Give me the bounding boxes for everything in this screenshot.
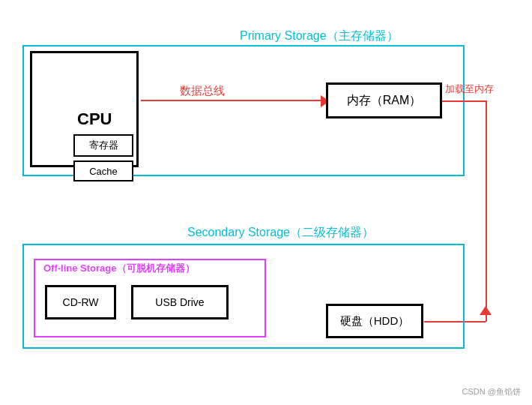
arrow-up-icon: [480, 306, 492, 315]
hdd-box: 硬盘（HDD）: [326, 304, 423, 338]
register-box: 寄存器: [73, 134, 133, 157]
cdrw-box: CD-RW: [45, 285, 116, 320]
data-bus-label: 数据总线: [180, 84, 225, 98]
secondary-storage-label: Secondary Storage（二级存储器）: [187, 225, 374, 241]
primary-storage-label: Primary Storage（主存储器）: [240, 28, 399, 44]
cpu-box: CPU 寄存器 Cache: [30, 51, 139, 167]
ram-box: 内存（RAM）: [326, 82, 442, 118]
data-bus-line: [141, 100, 325, 101]
h-line-ram-right: [442, 100, 487, 102]
diagram-container: Primary Storage（主存储器） CPU 寄存器 Cache 数据总线…: [0, 0, 532, 405]
load-to-ram-label: 加载至内存: [445, 82, 494, 96]
cache-box: Cache: [73, 160, 133, 182]
watermark: CSDN @鱼馅饼: [462, 386, 521, 398]
offline-storage-label: Off-line Storage（可脱机存储器）: [43, 262, 195, 275]
cpu-label: CPU: [77, 110, 112, 129]
vertical-line-right: [486, 100, 487, 322]
usb-drive-box: USB Drive: [131, 285, 229, 320]
